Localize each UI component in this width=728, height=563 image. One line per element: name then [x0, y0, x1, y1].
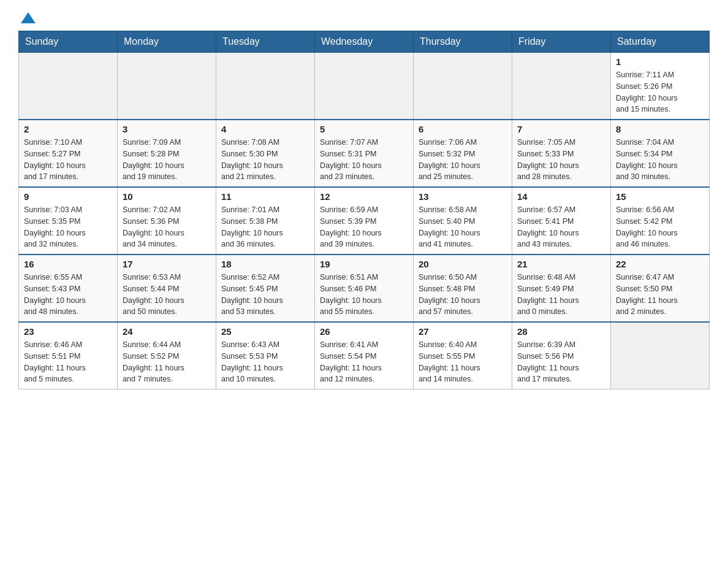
calendar-day-cell: 17Sunrise: 6:53 AM Sunset: 5:44 PM Dayli…	[118, 255, 216, 322]
calendar-day-cell	[118, 53, 216, 120]
day-info: Sunrise: 6:46 AM Sunset: 5:51 PM Dayligh…	[24, 339, 112, 385]
day-number: 10	[123, 191, 211, 202]
day-number: 13	[419, 191, 507, 202]
weekday-header-row: SundayMondayTuesdayWednesdayThursdayFrid…	[19, 31, 710, 53]
calendar-day-cell: 14Sunrise: 6:57 AM Sunset: 5:41 PM Dayli…	[512, 187, 611, 255]
calendar-day-cell: 5Sunrise: 7:07 AM Sunset: 5:31 PM Daylig…	[315, 120, 414, 187]
day-info: Sunrise: 7:06 AM Sunset: 5:32 PM Dayligh…	[419, 137, 507, 183]
day-info: Sunrise: 6:44 AM Sunset: 5:52 PM Dayligh…	[123, 339, 211, 385]
day-number: 27	[419, 326, 507, 337]
day-info: Sunrise: 6:40 AM Sunset: 5:55 PM Dayligh…	[419, 339, 507, 385]
day-number: 14	[517, 191, 605, 202]
calendar-day-cell: 24Sunrise: 6:44 AM Sunset: 5:52 PM Dayli…	[118, 322, 216, 389]
calendar-day-cell: 13Sunrise: 6:58 AM Sunset: 5:40 PM Dayli…	[414, 187, 512, 255]
day-number: 15	[616, 191, 704, 202]
calendar-week-row: 1Sunrise: 7:11 AM Sunset: 5:26 PM Daylig…	[19, 53, 710, 120]
day-info: Sunrise: 6:47 AM Sunset: 5:50 PM Dayligh…	[616, 272, 704, 318]
day-number: 2	[24, 124, 112, 134]
day-info: Sunrise: 7:11 AM Sunset: 5:26 PM Dayligh…	[616, 69, 704, 115]
calendar-day-cell: 19Sunrise: 6:51 AM Sunset: 5:46 PM Dayli…	[315, 255, 414, 322]
logo	[18, 12, 36, 25]
page-header	[18, 12, 710, 25]
calendar-day-cell: 8Sunrise: 7:04 AM Sunset: 5:34 PM Daylig…	[611, 120, 710, 187]
weekday-header-saturday: Saturday	[611, 31, 710, 53]
calendar-day-cell	[19, 53, 118, 120]
day-info: Sunrise: 7:07 AM Sunset: 5:31 PM Dayligh…	[320, 137, 408, 183]
calendar-day-cell: 11Sunrise: 7:01 AM Sunset: 5:38 PM Dayli…	[216, 187, 315, 255]
day-info: Sunrise: 6:53 AM Sunset: 5:44 PM Dayligh…	[123, 272, 211, 318]
calendar-day-cell: 9Sunrise: 7:03 AM Sunset: 5:35 PM Daylig…	[19, 187, 118, 255]
day-info: Sunrise: 6:50 AM Sunset: 5:48 PM Dayligh…	[419, 272, 507, 318]
day-number: 18	[221, 259, 309, 269]
day-number: 1	[616, 56, 704, 67]
day-number: 22	[616, 259, 704, 269]
day-number: 26	[320, 326, 408, 337]
calendar-day-cell: 7Sunrise: 7:05 AM Sunset: 5:33 PM Daylig…	[512, 120, 611, 187]
calendar-day-cell: 15Sunrise: 6:56 AM Sunset: 5:42 PM Dayli…	[611, 187, 710, 255]
day-info: Sunrise: 6:56 AM Sunset: 5:42 PM Dayligh…	[616, 204, 704, 250]
calendar-day-cell	[315, 53, 414, 120]
day-info: Sunrise: 7:05 AM Sunset: 5:33 PM Dayligh…	[517, 137, 605, 183]
calendar-day-cell: 22Sunrise: 6:47 AM Sunset: 5:50 PM Dayli…	[611, 255, 710, 322]
day-number: 6	[419, 124, 507, 134]
day-info: Sunrise: 7:09 AM Sunset: 5:28 PM Dayligh…	[123, 137, 211, 183]
calendar-day-cell	[512, 53, 611, 120]
calendar-day-cell: 16Sunrise: 6:55 AM Sunset: 5:43 PM Dayli…	[19, 255, 118, 322]
calendar-day-cell: 20Sunrise: 6:50 AM Sunset: 5:48 PM Dayli…	[414, 255, 512, 322]
calendar-day-cell: 25Sunrise: 6:43 AM Sunset: 5:53 PM Dayli…	[216, 322, 315, 389]
day-number: 19	[320, 259, 408, 269]
calendar-day-cell: 6Sunrise: 7:06 AM Sunset: 5:32 PM Daylig…	[414, 120, 512, 187]
day-number: 5	[320, 124, 408, 134]
calendar-day-cell: 23Sunrise: 6:46 AM Sunset: 5:51 PM Dayli…	[19, 322, 118, 389]
logo-triangle-icon	[21, 12, 36, 23]
day-number: 25	[221, 326, 309, 337]
calendar-day-cell: 1Sunrise: 7:11 AM Sunset: 5:26 PM Daylig…	[611, 53, 710, 120]
calendar-day-cell: 2Sunrise: 7:10 AM Sunset: 5:27 PM Daylig…	[19, 120, 118, 187]
calendar-day-cell	[216, 53, 315, 120]
calendar-week-row: 16Sunrise: 6:55 AM Sunset: 5:43 PM Dayli…	[19, 255, 710, 322]
day-info: Sunrise: 6:57 AM Sunset: 5:41 PM Dayligh…	[517, 204, 605, 250]
calendar-day-cell: 12Sunrise: 6:59 AM Sunset: 5:39 PM Dayli…	[315, 187, 414, 255]
day-number: 24	[123, 326, 211, 337]
day-number: 9	[24, 191, 112, 202]
weekday-header-sunday: Sunday	[19, 31, 118, 53]
day-info: Sunrise: 6:48 AM Sunset: 5:49 PM Dayligh…	[517, 272, 605, 318]
calendar-day-cell: 26Sunrise: 6:41 AM Sunset: 5:54 PM Dayli…	[315, 322, 414, 389]
day-info: Sunrise: 6:55 AM Sunset: 5:43 PM Dayligh…	[24, 272, 112, 318]
day-info: Sunrise: 6:41 AM Sunset: 5:54 PM Dayligh…	[320, 339, 408, 385]
day-number: 20	[419, 259, 507, 269]
day-number: 23	[24, 326, 112, 337]
calendar-day-cell: 27Sunrise: 6:40 AM Sunset: 5:55 PM Dayli…	[414, 322, 512, 389]
day-info: Sunrise: 7:04 AM Sunset: 5:34 PM Dayligh…	[616, 137, 704, 183]
calendar-table: SundayMondayTuesdayWednesdayThursdayFrid…	[18, 31, 710, 389]
day-info: Sunrise: 6:51 AM Sunset: 5:46 PM Dayligh…	[320, 272, 408, 318]
day-info: Sunrise: 6:52 AM Sunset: 5:45 PM Dayligh…	[221, 272, 309, 318]
day-number: 4	[221, 124, 309, 134]
day-number: 28	[517, 326, 605, 337]
day-info: Sunrise: 6:58 AM Sunset: 5:40 PM Dayligh…	[419, 204, 507, 250]
day-number: 11	[221, 191, 309, 202]
weekday-header-monday: Monday	[118, 31, 216, 53]
weekday-header-thursday: Thursday	[414, 31, 512, 53]
day-number: 8	[616, 124, 704, 134]
weekday-header-wednesday: Wednesday	[315, 31, 414, 53]
day-info: Sunrise: 7:01 AM Sunset: 5:38 PM Dayligh…	[221, 204, 309, 250]
day-info: Sunrise: 6:59 AM Sunset: 5:39 PM Dayligh…	[320, 204, 408, 250]
calendar-week-row: 23Sunrise: 6:46 AM Sunset: 5:51 PM Dayli…	[19, 322, 710, 389]
day-number: 7	[517, 124, 605, 134]
calendar-week-row: 2Sunrise: 7:10 AM Sunset: 5:27 PM Daylig…	[19, 120, 710, 187]
weekday-header-tuesday: Tuesday	[216, 31, 315, 53]
day-number: 17	[123, 259, 211, 269]
weekday-header-friday: Friday	[512, 31, 611, 53]
calendar-day-cell: 3Sunrise: 7:09 AM Sunset: 5:28 PM Daylig…	[118, 120, 216, 187]
day-number: 12	[320, 191, 408, 202]
calendar-day-cell: 28Sunrise: 6:39 AM Sunset: 5:56 PM Dayli…	[512, 322, 611, 389]
day-info: Sunrise: 7:10 AM Sunset: 5:27 PM Dayligh…	[24, 137, 112, 183]
day-info: Sunrise: 7:02 AM Sunset: 5:36 PM Dayligh…	[123, 204, 211, 250]
calendar-day-cell	[414, 53, 512, 120]
day-info: Sunrise: 7:08 AM Sunset: 5:30 PM Dayligh…	[221, 137, 309, 183]
day-number: 21	[517, 259, 605, 269]
day-number: 16	[24, 259, 112, 269]
day-number: 3	[123, 124, 211, 134]
day-info: Sunrise: 6:39 AM Sunset: 5:56 PM Dayligh…	[517, 339, 605, 385]
